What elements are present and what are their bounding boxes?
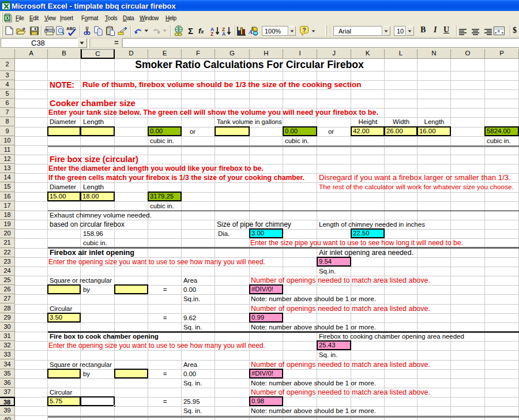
svg-text:Z: Z (210, 31, 213, 36)
svg-text:A: A (249, 28, 253, 35)
svg-text:a: a (498, 29, 500, 33)
svg-text:?: ? (302, 27, 306, 33)
svg-text:A: A (222, 31, 225, 36)
